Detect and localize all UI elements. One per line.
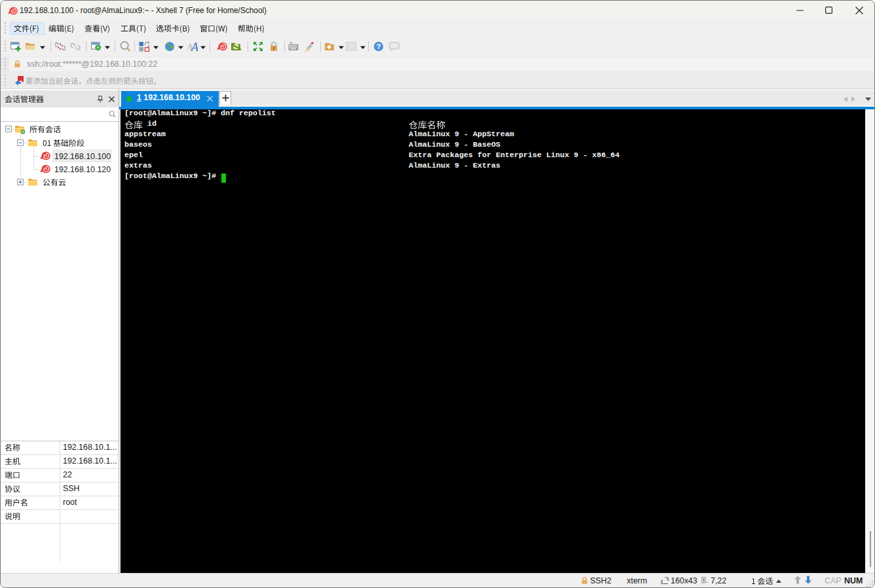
- svg-text:?: ?: [376, 43, 381, 50]
- svg-text:A: A: [191, 41, 198, 52]
